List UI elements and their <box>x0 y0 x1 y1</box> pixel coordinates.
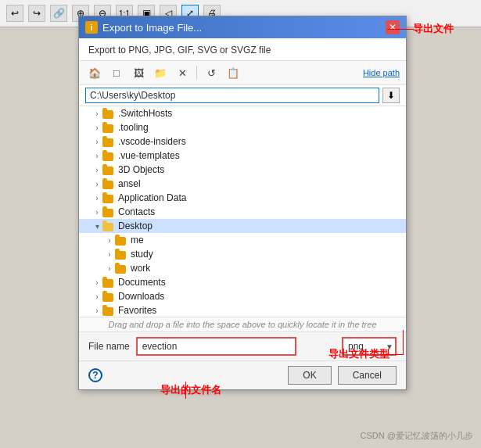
tree-item-label: .tooling <box>118 122 149 133</box>
tree-item[interactable]: ›Downloads <box>79 289 406 303</box>
drag-hint: Drag and drop a file into the space abov… <box>79 317 406 332</box>
folder-icon <box>102 207 115 217</box>
dialog-titlebar-left: i Export to Image File... <box>85 21 202 34</box>
bottom-credit: CSDN @爱记忆波荡的小几步 <box>361 430 473 442</box>
ok-button[interactable]: OK <box>288 366 331 385</box>
tree-item[interactable]: ›.tooling <box>79 120 406 134</box>
folder-icon <box>102 193 115 203</box>
filename-row: File name pngjpggifsvgsvgz ▼ <box>79 332 406 360</box>
tree-item-label: me <box>131 235 144 246</box>
toolbar-folder-btn[interactable]: 📁 <box>151 64 170 81</box>
tree-item[interactable]: ›Application Data <box>79 191 406 205</box>
tree-item[interactable]: ›Contacts <box>79 205 406 219</box>
toolbar-separator <box>196 66 197 80</box>
tree-item[interactable]: ▾Desktop <box>79 219 406 233</box>
folder-icon <box>102 278 115 288</box>
tree-item-label: Desktop <box>118 220 153 231</box>
tree-item-label: ansel <box>118 178 141 189</box>
tree-item-label: 3D Objects <box>118 164 164 175</box>
dialog-close-button[interactable]: ✕ <box>386 20 400 34</box>
help-button[interactable]: ? <box>88 368 102 382</box>
filetype-wrapper: pngjpggifsvgsvgz ▼ <box>342 337 397 356</box>
tree-item[interactable]: ›me <box>79 233 406 247</box>
dialog-title: Export to Image File... <box>102 22 202 34</box>
tree-item-label: .vscode-insiders <box>118 136 186 147</box>
tree-item-label: Downloads <box>118 291 164 302</box>
toolbar-new-folder-btn[interactable]: □ <box>107 64 126 81</box>
tree-item[interactable]: ›Documents <box>79 275 406 289</box>
file-tree[interactable]: ›.SwitchHosts›.tooling›.vscode-insiders›… <box>79 106 406 317</box>
filename-input[interactable] <box>136 337 296 356</box>
tree-item-label: work <box>131 263 150 274</box>
cancel-button[interactable]: Cancel <box>338 366 397 385</box>
hide-path-link[interactable]: Hide path <box>363 68 400 77</box>
toolbar-home-btn[interactable]: 🏠 <box>85 64 104 81</box>
tree-item-label: Documents <box>118 277 166 288</box>
folder-icon <box>115 249 127 260</box>
tree-item[interactable]: ›.vue-templates <box>79 149 406 163</box>
folder-icon <box>102 306 115 316</box>
dialog-titlebar: i Export to Image File... ✕ <box>79 16 406 38</box>
toolbar-btn-link[interactable]: 🔗 <box>50 5 67 22</box>
tree-item[interactable]: ›Favorites <box>79 303 406 317</box>
folder-icon <box>102 221 115 231</box>
tree-item[interactable]: ›study <box>79 247 406 261</box>
toolbar-btn-undo[interactable]: ↩ <box>6 5 23 22</box>
tree-item-label: Favorites <box>118 305 156 316</box>
folder-icon <box>102 151 115 161</box>
toolbar-delete-btn[interactable]: ✕ <box>173 64 192 81</box>
folder-icon <box>115 263 127 274</box>
tree-item[interactable]: ›.SwitchHosts <box>79 106 406 120</box>
toolbar-refresh-btn[interactable]: ↺ <box>202 64 221 81</box>
tree-item-label: .vue-templates <box>118 150 180 161</box>
tree-item[interactable]: ›3D Objects <box>79 163 406 177</box>
export-dialog: i Export to Image File... ✕ Export to PN… <box>78 16 407 390</box>
path-input[interactable] <box>85 88 379 103</box>
dialog-app-icon: i <box>85 21 98 34</box>
dialog-inner-toolbar: 🏠 □ 🖼 📁 ✕ ↺ 📋 Hide path <box>79 61 406 85</box>
tree-item-label: Contacts <box>118 206 155 217</box>
folder-icon <box>115 235 127 246</box>
filetype-select[interactable]: pngjpggifsvgsvgz <box>342 337 397 356</box>
tree-item[interactable]: ›ansel <box>79 177 406 191</box>
folder-icon <box>102 292 115 302</box>
folder-icon <box>102 123 115 133</box>
path-bar: ⬇ <box>79 85 406 106</box>
action-row: ? OK Cancel <box>79 360 406 389</box>
folder-icon <box>102 137 115 147</box>
dialog-subtitle: Export to PNG, JPG, GIF, SVG or SVGZ fil… <box>79 38 406 61</box>
toolbar-btn-redo[interactable]: ↪ <box>28 5 45 22</box>
path-go-button[interactable]: ⬇ <box>382 88 400 103</box>
toolbar-image-btn[interactable]: 🖼 <box>129 64 148 81</box>
folder-icon <box>102 109 115 119</box>
tree-item[interactable]: ›.vscode-insiders <box>79 134 406 149</box>
tree-item-label: .SwitchHosts <box>118 108 172 119</box>
tree-item-label: Application Data <box>118 192 186 203</box>
toolbar-copy-btn[interactable]: 📋 <box>224 64 242 81</box>
filename-label: File name <box>88 341 130 352</box>
tree-item-label: study <box>131 249 153 260</box>
folder-icon <box>102 165 115 175</box>
folder-icon <box>102 179 115 189</box>
tree-item[interactable]: ›work <box>79 261 406 275</box>
